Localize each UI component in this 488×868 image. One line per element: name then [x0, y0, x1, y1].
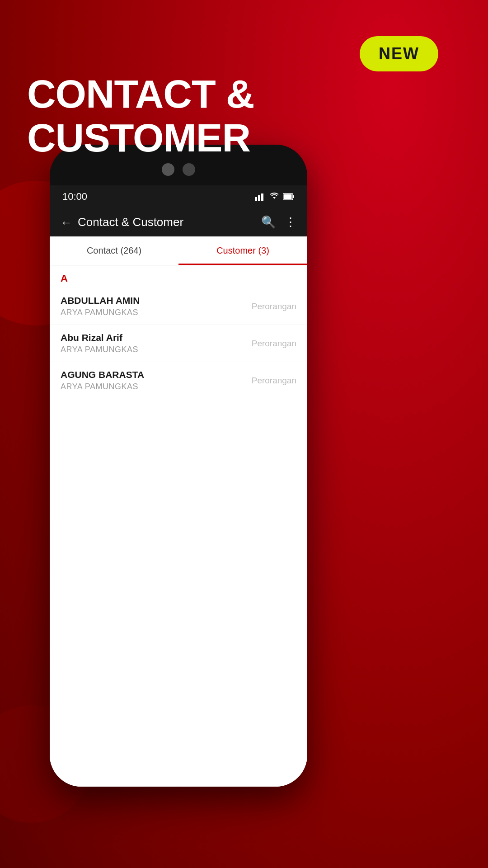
svg-rect-1	[258, 195, 260, 201]
app-bar-title: Contact & Customer	[78, 215, 183, 229]
contact-sub-3: ARYA PAMUNGKAS	[61, 382, 144, 392]
status-bar: 10:00	[50, 185, 307, 208]
search-icon[interactable]: 🔍	[261, 215, 276, 229]
contact-name-3: AGUNG BARASTA	[61, 369, 144, 380]
contact-name-1: ABDULLAH AMIN	[61, 295, 140, 306]
tab-customer[interactable]: Customer (3)	[178, 236, 307, 265]
wifi-icon	[269, 193, 279, 201]
app-bar-actions: 🔍 ⋮	[261, 215, 296, 229]
contact-item-3[interactable]: AGUNG BARASTA ARYA PAMUNGKAS Perorangan	[50, 362, 307, 399]
signal-icon	[255, 193, 266, 201]
app-bar-left: ← Contact & Customer	[61, 215, 183, 229]
phone-screen: 10:00	[50, 185, 307, 787]
contact-type-3: Perorangan	[252, 376, 296, 386]
contact-info-1: ABDULLAH AMIN ARYA PAMUNGKAS	[61, 295, 140, 317]
svg-rect-6	[284, 194, 292, 199]
page-heading: CONTACT & CUSTOMER	[27, 72, 488, 160]
camera-front	[162, 163, 174, 176]
contact-sub-1: ARYA PAMUNGKAS	[61, 308, 140, 317]
status-icons	[255, 193, 295, 201]
contact-sub-2: ARYA PAMUNGKAS	[61, 345, 138, 354]
app-bar: ← Contact & Customer 🔍 ⋮	[50, 208, 307, 236]
new-badge: NEW	[360, 36, 438, 71]
contact-item-2[interactable]: Abu Rizal Arif ARYA PAMUNGKAS Perorangan	[50, 325, 307, 362]
status-time: 10:00	[62, 191, 87, 203]
contact-info-2: Abu Rizal Arif ARYA PAMUNGKAS	[61, 332, 138, 354]
tab-contact[interactable]: Contact (264)	[50, 236, 178, 265]
contact-info-3: AGUNG BARASTA ARYA PAMUNGKAS	[61, 369, 144, 392]
tabs-container: Contact (264) Customer (3)	[50, 236, 307, 265]
contact-type-1: Perorangan	[252, 302, 296, 311]
contact-name-2: Abu Rizal Arif	[61, 332, 138, 343]
back-button[interactable]: ←	[61, 217, 72, 228]
section-header-a: A	[50, 265, 307, 288]
camera-sensor	[183, 163, 195, 176]
more-options-icon[interactable]: ⋮	[285, 215, 296, 229]
svg-rect-7	[293, 195, 294, 198]
svg-marker-4	[273, 197, 276, 199]
svg-rect-0	[255, 197, 257, 201]
contact-list: A ABDULLAH AMIN ARYA PAMUNGKAS Peroranga…	[50, 265, 307, 787]
contact-type-2: Perorangan	[252, 339, 296, 349]
battery-icon	[283, 193, 295, 200]
contact-item-1[interactable]: ABDULLAH AMIN ARYA PAMUNGKAS Perorangan	[50, 288, 307, 325]
svg-rect-2	[261, 193, 263, 201]
phone-frame: 10:00	[50, 145, 307, 787]
